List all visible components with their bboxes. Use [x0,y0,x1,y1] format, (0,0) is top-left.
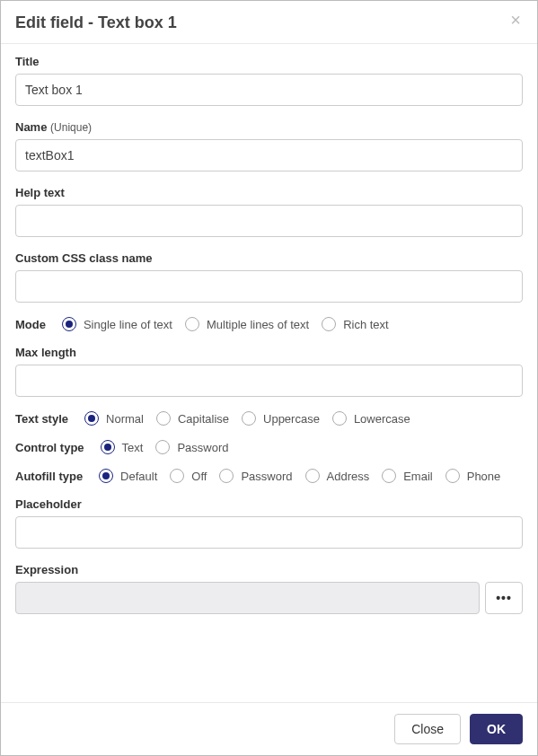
close-button[interactable]: Close [394,714,461,744]
expression-input[interactable] [15,582,480,614]
textstyle-label: Text style [15,412,68,426]
autofill-label: Autofill type [15,470,83,483]
radio-icon [101,440,115,454]
radio-icon [185,317,199,331]
field-help: Help text [15,186,523,237]
mode-option-rich[interactable]: Rich text [322,317,389,331]
mode-option-label: Single line of text [84,318,172,331]
autofill-option-label: Address [327,470,370,483]
textstyle-option-label: Normal [106,412,144,426]
help-input[interactable] [15,205,523,237]
field-maxlen: Max length [15,346,523,397]
radio-icon [382,469,396,483]
close-icon[interactable]: × [508,13,523,26]
autofill-option-label: Email [403,470,433,483]
controltype-option-label: Password [177,441,228,454]
mode-option-single[interactable]: Single line of text [62,317,172,331]
radio-icon [155,440,170,454]
radio-icon [170,469,184,483]
title-label: Title [15,55,523,68]
radio-icon [156,411,171,426]
mode-option-label: Multiple lines of text [207,318,309,331]
field-expression: Expression ••• [15,563,523,614]
field-controltype: Control type Text Password [15,440,523,454]
help-label: Help text [15,186,523,199]
mode-label: Mode [15,318,46,331]
maxlen-input[interactable] [15,365,523,397]
field-css: Custom CSS class name [15,251,523,303]
field-title: Title [15,55,523,106]
radio-icon [84,411,99,426]
radio-icon [322,317,336,331]
autofill-option-label: Phone [467,470,501,483]
placeholder-label: Placeholder [15,497,523,511]
autofill-option-email[interactable]: Email [382,469,433,483]
ok-button[interactable]: OK [470,714,523,744]
field-autofill: Autofill type Default Off Password Addre… [15,469,523,483]
modal-title: Edit field - Text box 1 [15,13,177,32]
radio-icon [62,317,76,331]
field-placeholder: Placeholder [15,497,523,549]
textstyle-option-normal[interactable]: Normal [84,411,144,426]
mode-option-label: Rich text [343,318,389,331]
textstyle-option-label: Capitalise [178,412,229,426]
controltype-label: Control type [15,441,84,454]
autofill-option-phone[interactable]: Phone [445,469,501,483]
textstyle-option-label: Uppercase [263,412,320,426]
expression-label: Expression [15,563,523,576]
textstyle-option-capitalise[interactable]: Capitalise [156,411,229,426]
autofill-option-label: Password [241,470,292,483]
modal-body: Title Name (Unique) Help text Custom CSS… [1,44,537,702]
name-label-sub: (Unique) [50,121,92,134]
expression-browse-button[interactable]: ••• [485,582,523,614]
textstyle-option-uppercase[interactable]: Uppercase [242,411,320,426]
edit-field-modal: Edit field - Text box 1 × Title Name (Un… [0,0,538,756]
textstyle-option-lowercase[interactable]: Lowercase [332,411,410,426]
autofill-option-password[interactable]: Password [219,469,292,483]
mode-option-multi[interactable]: Multiple lines of text [185,317,309,331]
radio-icon [332,411,347,426]
name-input[interactable] [15,139,523,171]
css-input[interactable] [15,270,523,303]
field-textstyle: Text style Normal Capitalise Uppercase L… [15,411,523,426]
name-label-text: Name [15,120,47,134]
radio-icon [445,469,460,483]
modal-header: Edit field - Text box 1 × [1,1,537,43]
maxlen-label: Max length [15,346,523,359]
field-mode: Mode Single line of text Multiple lines … [15,317,523,331]
name-label: Name (Unique) [15,120,523,134]
radio-icon [99,469,113,483]
field-name: Name (Unique) [15,120,523,171]
controltype-option-text[interactable]: Text [101,440,144,454]
autofill-option-label: Default [120,470,157,483]
textstyle-option-label: Lowercase [354,412,410,426]
expression-row: ••• [15,582,523,614]
css-label: Custom CSS class name [15,251,523,265]
radio-icon [242,411,256,426]
ellipsis-icon: ••• [496,591,512,605]
autofill-option-label: Off [191,470,207,483]
radio-icon [219,469,234,483]
autofill-option-address[interactable]: Address [305,469,370,483]
autofill-option-off[interactable]: Off [170,469,207,483]
title-input[interactable] [15,74,523,106]
placeholder-input[interactable] [15,516,523,549]
modal-footer: Close OK [1,702,537,755]
radio-icon [305,469,320,483]
controltype-option-password[interactable]: Password [155,440,228,454]
autofill-option-default[interactable]: Default [99,469,157,483]
controltype-option-label: Text [122,441,144,454]
